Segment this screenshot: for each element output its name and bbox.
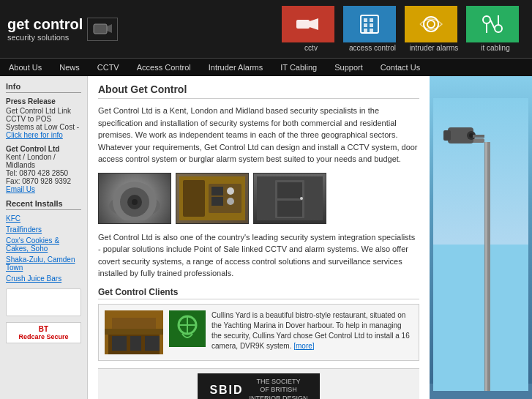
- panel-img: [176, 173, 249, 224]
- svg-rect-7: [364, 23, 367, 27]
- logo-main: get control: [7, 16, 83, 33]
- sidebar: Info Press Release Get Control Ltd Link …: [0, 76, 88, 399]
- sbid-box: SBID THE SOCIETY OF BRITISH INTERIOR DES…: [198, 373, 319, 400]
- info-heading: Info: [6, 82, 81, 93]
- door-img: [253, 173, 326, 224]
- client-description: Cullins Yard is a beautiful bistro-style…: [211, 310, 413, 351]
- nav-it-cabling[interactable]: IT Cabling: [271, 59, 326, 76]
- svg-rect-38: [112, 336, 127, 351]
- header-icons: cctv access control: [282, 6, 525, 52]
- clients-heading: Get Control Clients: [98, 287, 419, 299]
- svg-rect-56: [473, 135, 484, 138]
- svg-marker-1: [107, 24, 112, 33]
- press-release: Press Release Get Control Ltd Link CCTV …: [6, 97, 81, 139]
- recent-item-shaka[interactable]: Shaka-Zulu, Camden Town: [6, 256, 81, 272]
- cctv-icon: [282, 6, 334, 42]
- about-images: [98, 173, 419, 224]
- svg-rect-8: [370, 18, 373, 22]
- gc-info-title: Get Control Ltd: [6, 145, 81, 153]
- bt-badge: BT Redcare Secure: [6, 322, 81, 343]
- svg-line-16: [490, 20, 495, 29]
- svg-rect-34: [277, 201, 302, 217]
- logo-area: get control security solutions: [7, 16, 118, 42]
- recent-item-coxs[interactable]: Cox's Cookies & Cakes, Soho: [6, 236, 81, 253]
- svg-rect-28: [211, 197, 223, 206]
- recent-item-crush[interactable]: Crush Juice Bars: [6, 275, 81, 283]
- nav-support[interactable]: Support: [326, 59, 372, 76]
- nav-news[interactable]: News: [50, 59, 89, 76]
- sbid-banner: SBID THE SOCIETY OF BRITISH INTERIOR DES…: [98, 368, 419, 400]
- header-icon-cabling[interactable]: it cabling: [466, 6, 525, 52]
- client-box: Cullins Yard is a beautiful bistro-style…: [98, 304, 419, 361]
- client-more-link[interactable]: [more]: [293, 342, 314, 350]
- svg-rect-6: [364, 18, 367, 22]
- client-logo: [169, 310, 206, 347]
- logo-text: get control security solutions: [7, 16, 83, 42]
- bt-text: BT: [9, 325, 78, 333]
- main: Info Press Release Get Control Ltd Link …: [0, 76, 532, 399]
- header-icon-intruder[interactable]: intruder alarms: [405, 6, 463, 52]
- svg-rect-50: [485, 142, 487, 391]
- header-icon-access[interactable]: access control: [343, 6, 402, 52]
- intruder-label: intruder alarms: [405, 44, 463, 52]
- svg-rect-3: [296, 20, 310, 29]
- svg-point-30: [227, 198, 234, 205]
- dome-camera-img: [98, 173, 171, 224]
- sbid-desc: THE SOCIETY OF BRITISH INTERIOR DESIGN: [250, 378, 308, 400]
- cctv-label: cctv: [282, 44, 340, 52]
- svg-rect-41: [105, 329, 163, 335]
- about-para1: Get Control Ltd is a Kent, London and Mi…: [98, 105, 419, 165]
- logo-sub: security solutions: [7, 33, 83, 42]
- nav-contact-us[interactable]: Contact Us: [372, 59, 429, 76]
- press-release-label: Press Release: [6, 97, 81, 105]
- sia-text: SIA: [9, 291, 78, 300]
- svg-rect-25: [183, 180, 205, 217]
- press-release-link[interactable]: Click here for info: [6, 131, 81, 139]
- svg-rect-40: [145, 336, 160, 351]
- content: About Get Control Get Control Ltd is a K…: [88, 76, 430, 399]
- cabling-label: it cabling: [466, 44, 525, 52]
- svg-rect-39: [130, 336, 141, 351]
- svg-point-23: [132, 199, 138, 205]
- recent-item-kfc[interactable]: KFC: [6, 215, 81, 223]
- recent-heading: Recent Installs: [6, 199, 81, 210]
- nav: About Us News CCTV Access Control Intrud…: [0, 58, 532, 76]
- access-icon: [343, 6, 396, 42]
- svg-point-15: [495, 25, 502, 32]
- svg-rect-9: [370, 23, 373, 27]
- svg-rect-10: [364, 29, 367, 32]
- gc-info-line1: Kent / London / Midlands: [6, 153, 81, 169]
- press-release-title: Get Control Ltd Link CCTV to POS Systems…: [6, 107, 81, 131]
- nav-intruder-alarms[interactable]: Intruder Alarms: [200, 59, 272, 76]
- sia-sub: Security Industry Authority: [9, 300, 78, 313]
- svg-rect-11: [370, 29, 373, 32]
- svg-point-13: [427, 20, 435, 28]
- svg-rect-53: [443, 130, 451, 141]
- gc-email-link[interactable]: Email Us: [6, 185, 81, 193]
- sbid-title: SBID: [209, 384, 243, 397]
- gc-info: Get Control Ltd Kent / London / Midlands…: [6, 145, 81, 193]
- gc-info-tel: Tel: 0870 428 2850: [6, 169, 81, 177]
- svg-rect-27: [211, 187, 223, 195]
- recent-item-trailfinders[interactable]: Trailfinders: [6, 225, 81, 234]
- client-restaurant-img: [105, 310, 163, 354]
- nav-about-us[interactable]: About Us: [0, 59, 50, 76]
- access-label: access control: [343, 44, 402, 52]
- nav-access-control[interactable]: Access Control: [128, 59, 200, 76]
- svg-rect-33: [277, 182, 302, 198]
- right-panel: [430, 76, 532, 399]
- header-icon-cctv[interactable]: cctv: [282, 6, 340, 52]
- svg-point-29: [227, 187, 234, 195]
- bt-sub: Redcare Secure: [9, 333, 78, 340]
- svg-rect-42: [112, 318, 156, 329]
- camera-pole-image: [430, 76, 532, 384]
- svg-point-35: [300, 197, 303, 200]
- svg-marker-4: [310, 18, 318, 30]
- about-para2: Get Control Ltd is also one of the count…: [98, 231, 419, 280]
- intruder-icon: [405, 6, 457, 42]
- nav-cctv[interactable]: CCTV: [89, 59, 128, 76]
- gc-info-fax: Fax: 0870 928 9392: [6, 177, 81, 185]
- sia-badge: SIA Security Industry Authority: [6, 288, 81, 316]
- svg-rect-48: [433, 98, 528, 245]
- cabling-icon: [466, 6, 519, 42]
